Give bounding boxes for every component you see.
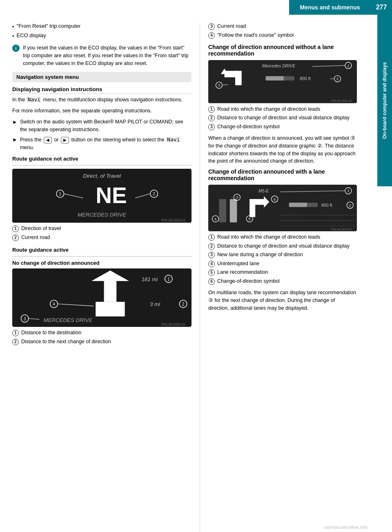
callout-dist-dest: 1 Distance to the destination xyxy=(12,329,192,337)
svg-text:6: 6 xyxy=(274,197,276,201)
svg-text:2: 2 xyxy=(153,192,155,196)
svg-text:MERCEDES DRIVE: MERCEDES DRIVE xyxy=(78,212,127,218)
callout-r3a-icon: 1 xyxy=(208,106,215,113)
right-button[interactable]: ▶ xyxy=(61,137,69,143)
svg-text:3: 3 xyxy=(24,317,26,321)
svg-text:2: 2 xyxy=(182,302,185,306)
display-change-with-lane: M5-E 1 4 3 5 xyxy=(208,185,357,231)
svg-text:800 ft: 800 ft xyxy=(321,203,332,208)
callout-r3-icon: 3 xyxy=(208,23,215,30)
callout-r-current-road: 3 Current road xyxy=(208,23,357,30)
callout-l2-1-icon: 1 xyxy=(12,330,19,336)
divider-1 xyxy=(12,165,192,165)
callout-r4a-icon: 1 xyxy=(208,234,215,241)
callout-r4-dist: 2 Distance to change of direction and vi… xyxy=(208,243,357,250)
navi-menu-label: Navi xyxy=(27,96,42,103)
callout-dist-next: 2 Distance to the next change of directi… xyxy=(12,338,192,346)
svg-text:181 mi: 181 mi xyxy=(141,276,158,282)
svg-text:3: 3 xyxy=(236,195,238,199)
callout-r4e-icon: 5 xyxy=(208,269,215,276)
callout-r3c-icon: 3 xyxy=(208,124,215,130)
arrow-item-2: ► Press the ◀ or ▶ button on the steerin… xyxy=(12,136,192,152)
when-change-text: When a change of direction is announced,… xyxy=(208,134,357,165)
svg-text:1: 1 xyxy=(347,64,349,68)
callout-r4-newlane: 3 New lane during a change of direction xyxy=(208,251,357,259)
callout-r4c-icon: 3 xyxy=(208,252,215,258)
callout-r4f-text: Change-of-direction symbol xyxy=(217,278,280,285)
change-no-lane-heading: Change of direction announced without a … xyxy=(208,44,357,57)
svg-rect-40 xyxy=(266,76,284,81)
callout-r3a-text: Road into which the change of direction … xyxy=(217,106,320,113)
svg-text:3: 3 xyxy=(218,83,220,87)
multilane-text: On multilane roads, the system can displ… xyxy=(208,289,357,312)
svg-text:P54.33-2419-31: P54.33-2419-31 xyxy=(161,218,185,222)
right-column: 3 Current road 4 "Follow the road's cour… xyxy=(200,23,377,532)
info-icon: i xyxy=(12,45,20,52)
callout-r4d-text: Uninterrupted lane xyxy=(217,260,259,268)
svg-text:P54.33-2422-31: P54.33-2422-31 xyxy=(331,228,352,231)
bullet-text-2: ECO display xyxy=(17,32,46,38)
header-chapter-title: Menus and submenus xyxy=(289,0,371,15)
displaying-nav-heading: Displaying navigation instructions xyxy=(12,86,192,94)
header-bar: Menus and submenus 277 xyxy=(0,0,392,15)
callout-r4-uninterrupted: 4 Uninterrupted lane xyxy=(208,260,357,268)
display-route-not-active: Direct. of Travel NE 1 2 MERCEDES DRIVE … xyxy=(12,169,192,223)
info-box: i If you reset the values in the ECO dis… xyxy=(12,44,192,67)
route-active-heading: Route guidance active xyxy=(12,247,192,253)
body-text-2: For more information, see the separate o… xyxy=(12,107,192,115)
callout-dir-travel: 1 Direction of travel xyxy=(12,225,192,232)
callout-current-road: 2 Current road xyxy=(12,234,192,241)
svg-text:1: 1 xyxy=(167,277,170,282)
callout-r4-dirsym: 6 Change-of-direction symbol xyxy=(208,278,357,285)
main-content: • "From Reset" trip computer • ECO displ… xyxy=(0,15,392,532)
footer-site: carmanualsonline.info xyxy=(324,525,368,530)
callout-l2-2-icon: 2 xyxy=(12,339,19,345)
callout-r4e-text: Lane recommendation xyxy=(217,269,268,276)
svg-rect-65 xyxy=(289,203,307,207)
bullet-dot-1: • xyxy=(12,23,14,31)
left-column: • "From Reset" trip computer • ECO displ… xyxy=(0,23,200,532)
nav-section-box: Navigation system menu xyxy=(12,72,192,82)
divider-2 xyxy=(12,256,192,257)
bullet-list: • "From Reset" trip computer • ECO displ… xyxy=(12,23,192,40)
arrow-item-1: ► Switch on the audio system with Becker… xyxy=(12,118,192,134)
arrow-icon-1: ► xyxy=(12,118,18,126)
svg-rect-16 xyxy=(96,302,125,317)
svg-text:1: 1 xyxy=(347,189,349,193)
callout-l2-2-text: Distance to the next change of direction xyxy=(21,338,111,346)
no-change-heading: No change of direction announced xyxy=(12,260,192,266)
header-title-area xyxy=(0,0,289,15)
arrow-icon-2: ► xyxy=(12,136,18,144)
side-tab-text: On-board computer and displays xyxy=(382,62,388,139)
callout-r4b-text: Distance to change of direction and visu… xyxy=(217,243,350,250)
svg-rect-58 xyxy=(253,199,266,205)
left-button[interactable]: ◀ xyxy=(44,137,52,143)
callout-r3-symbol: 3 Change-of-direction symbol xyxy=(208,123,357,131)
svg-text:Direct. of Travel: Direct. of Travel xyxy=(83,173,121,179)
bullet-text-1: "From Reset" trip computer xyxy=(17,23,81,29)
bullet-item-2: • ECO display xyxy=(12,32,192,40)
callout-l2-1-text: Distance to the destination xyxy=(21,329,81,337)
change-with-lane-heading: Change of direction announced with a lan… xyxy=(208,168,357,181)
svg-text:MERCEDES DRIVE: MERCEDES DRIVE xyxy=(44,317,93,323)
callout-r4-lanerec: 5 Lane recommendation xyxy=(208,269,357,276)
svg-text:4: 4 xyxy=(214,217,216,221)
display-change-no-lane: Mercedes DRIVE 1 3 800 ft 2 xyxy=(208,60,357,103)
svg-text:4: 4 xyxy=(53,302,55,306)
callout-1-text: Direction of travel xyxy=(21,225,61,232)
body-text-1: In the Navi menu, the multifunction disp… xyxy=(12,96,192,104)
callout-r3-text: Current road xyxy=(217,23,246,30)
svg-rect-52 xyxy=(230,199,237,222)
arrow-text-1: Switch on the audio system with Becker® … xyxy=(20,118,192,134)
callout-r4-text: "Follow the road's course" symbol xyxy=(217,32,294,39)
svg-text:NE: NE xyxy=(96,182,127,208)
callout-r4b-icon: 2 xyxy=(208,243,215,250)
svg-rect-51 xyxy=(219,199,226,222)
side-tab: On-board computer and displays xyxy=(377,15,392,186)
svg-text:1: 1 xyxy=(59,192,62,196)
callout-r4-road: 1 Road into which the change of directio… xyxy=(208,234,357,241)
svg-text:2: 2 xyxy=(349,203,351,208)
navi-text-2: Navi xyxy=(166,136,181,143)
svg-text:2: 2 xyxy=(336,77,339,81)
callout-r4a-text: Road into which the change of direction … xyxy=(217,234,320,241)
